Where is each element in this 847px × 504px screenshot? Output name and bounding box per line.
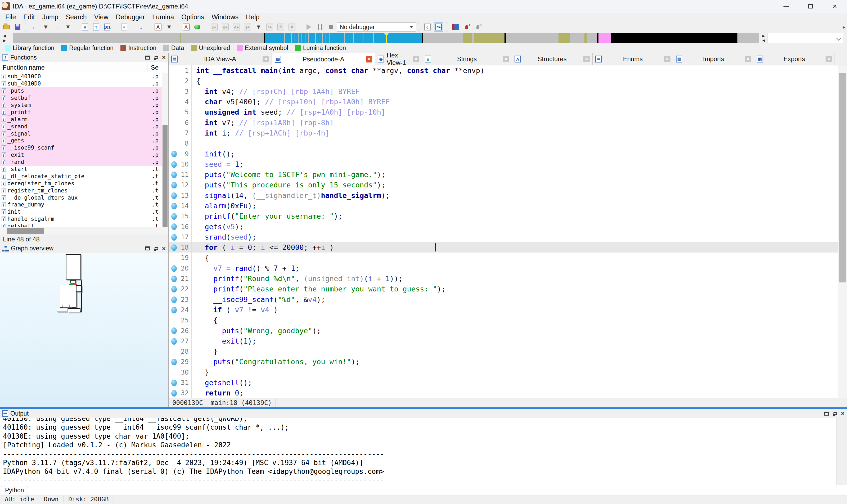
function-row[interactable]: f_srand.p bbox=[0, 123, 162, 130]
tab-close-icon[interactable]: ✕ bbox=[745, 56, 751, 62]
menu-file[interactable]: File bbox=[2, 13, 20, 21]
code-line-2[interactable]: 2{ bbox=[168, 76, 838, 86]
debugger-select[interactable]: No debugger bbox=[337, 22, 416, 32]
create-struct-button[interactable]: *+ bbox=[265, 22, 274, 32]
lumina-status-button[interactable] bbox=[193, 22, 202, 32]
code-line-27[interactable]: 27exit(1); bbox=[168, 336, 838, 346]
debug-pause-button[interactable] bbox=[315, 22, 325, 32]
breakpoint-dot-icon[interactable] bbox=[171, 244, 177, 251]
function-row[interactable]: f_printf.p bbox=[0, 109, 162, 116]
code-line-19[interactable]: 19{ bbox=[168, 253, 838, 263]
function-row[interactable]: finit.t bbox=[0, 208, 162, 215]
code-line-12[interactable]: 12puts("This procedure is only 15 second… bbox=[168, 180, 838, 190]
tab-close-icon[interactable]: ✕ bbox=[366, 56, 372, 62]
jump-by-name-button[interactable]: # bbox=[80, 22, 90, 32]
scrollbar-thumb[interactable] bbox=[163, 125, 167, 227]
cli-interpreter-button[interactable]: Python bbox=[1, 486, 28, 495]
text-view-button[interactable]: A bbox=[153, 22, 163, 32]
menu-windows[interactable]: Windows bbox=[208, 13, 242, 21]
functions-horizontal-scrollbar[interactable] bbox=[0, 227, 168, 235]
menu-debugger[interactable]: Debugger bbox=[112, 13, 149, 21]
function-row[interactable]: f_alarm.p bbox=[0, 116, 162, 123]
column-divider[interactable] bbox=[147, 63, 147, 72]
function-row[interactable]: fregister_tm_clones.t bbox=[0, 187, 162, 194]
breakpoint-dot-icon[interactable] bbox=[171, 193, 177, 199]
create-string-button[interactable]: s+ bbox=[243, 22, 252, 32]
breakpoint-dot-icon[interactable] bbox=[171, 203, 177, 210]
create-dropdown[interactable]: ▼ bbox=[254, 22, 263, 32]
function-row[interactable]: fgetshell.t bbox=[0, 222, 162, 227]
jump-address-button[interactable]: ↓ bbox=[136, 22, 146, 32]
scrollbar-thumb[interactable] bbox=[7, 228, 44, 234]
code-vertical-scrollbar[interactable] bbox=[838, 66, 847, 398]
code-line-24[interactable]: 24if ( v7 != v4 ) bbox=[168, 305, 838, 315]
menu-jump[interactable]: Jump bbox=[38, 13, 62, 21]
continue-process-button[interactable]: c▸ bbox=[434, 22, 443, 32]
panel-float-icon[interactable] bbox=[155, 56, 158, 59]
breakpoint-dot-icon[interactable] bbox=[171, 275, 177, 282]
tab-close-icon[interactable]: ✕ bbox=[263, 56, 269, 62]
function-row[interactable]: fframe_dummy.t bbox=[0, 201, 162, 208]
code-line-16[interactable]: 16gets(v5); bbox=[168, 221, 838, 232]
code-line-31[interactable]: 31getshell(); bbox=[168, 377, 838, 388]
text-view-dropdown[interactable]: ▼ bbox=[164, 22, 174, 32]
minimize-button[interactable] bbox=[774, 0, 798, 13]
code-line-30[interactable]: 30} bbox=[168, 367, 838, 377]
function-row[interactable]: fderegister_tm_clones.t bbox=[0, 180, 162, 187]
menu-options[interactable]: Options bbox=[178, 13, 208, 21]
toolbar-overflow-arrow[interactable]: ▸ bbox=[843, 24, 845, 30]
function-row[interactable]: f_start.t bbox=[0, 166, 162, 173]
code-line-8[interactable]: 8 bbox=[168, 138, 838, 148]
panel-close-icon[interactable]: × bbox=[841, 410, 845, 417]
code-line-21[interactable]: 21printf("Round %d\n", (unsigned int)(i … bbox=[168, 273, 838, 284]
navigate-back-button[interactable]: ← bbox=[30, 22, 39, 32]
code-line-29[interactable]: 29puts("Congratulations, you win!"); bbox=[168, 357, 838, 367]
tab-hex-view-1[interactable]: ◉Hex View-1✕ bbox=[375, 53, 422, 65]
menu-view[interactable]: View bbox=[91, 13, 112, 21]
function-row[interactable]: f__isoc99_scanf.p bbox=[0, 144, 162, 151]
tab-ida-view-a[interactable]: ▤IDA View-A✕ bbox=[168, 53, 272, 65]
tab-imports[interactable]: ▥Imports✕ bbox=[673, 53, 754, 65]
function-row[interactable]: f_rand.p bbox=[0, 159, 162, 166]
breakpoint-dot-icon[interactable] bbox=[171, 338, 177, 345]
function-row[interactable]: fsub_4010C0.p bbox=[0, 73, 162, 80]
graph-overview-canvas[interactable] bbox=[0, 253, 168, 408]
panel-float-icon[interactable] bbox=[155, 247, 158, 250]
function-row[interactable]: f_dl_relocate_static_pie.t bbox=[0, 173, 162, 180]
code-line-18[interactable]: 18for ( i = 0; i <= 20000; ++i ) bbox=[168, 242, 838, 253]
code-line-10[interactable]: 10seed = 1; bbox=[168, 159, 838, 169]
function-row[interactable]: fhandle_sigalrm.t bbox=[0, 215, 162, 222]
scrollbar-thumb[interactable] bbox=[839, 73, 846, 283]
tab-strings[interactable]: sStrings✕ bbox=[422, 53, 512, 65]
tab-close-icon[interactable]: ✕ bbox=[503, 56, 509, 62]
code-line-11[interactable]: 11puts("Welcome to ISCTF's pwn mini-game… bbox=[168, 169, 838, 180]
code-line-13[interactable]: 13signal(14, (__sighandler_t)handle_siga… bbox=[168, 190, 838, 201]
menu-edit[interactable]: Edit bbox=[20, 13, 38, 21]
code-line-28[interactable]: 28} bbox=[168, 346, 838, 357]
code-line-20[interactable]: 20v7 = rand() % 7 + 1; bbox=[168, 263, 838, 273]
code-line-17[interactable]: 17srand(seed); bbox=[168, 232, 838, 242]
output-panel-titlebar[interactable]: Output × bbox=[0, 409, 847, 418]
pseudocode-view[interactable]: 1int __fastcall main(int argc, const cha… bbox=[168, 66, 847, 398]
script-snippets-button[interactable] bbox=[451, 22, 460, 32]
breakpoint-dot-icon[interactable] bbox=[171, 380, 177, 386]
panel-maximize-icon[interactable] bbox=[145, 56, 150, 59]
panel-close-icon[interactable]: × bbox=[162, 54, 166, 60]
panel-float-icon[interactable] bbox=[833, 412, 837, 415]
column-function-name[interactable]: Function name bbox=[0, 64, 45, 71]
breakpoint-dot-icon[interactable] bbox=[171, 172, 177, 178]
add-breakpoint-button[interactable] bbox=[462, 22, 471, 32]
breakpoint-dot-icon[interactable] bbox=[171, 296, 177, 303]
tab-exports[interactable]: ▦Exports✕ bbox=[754, 53, 835, 65]
code-line-26[interactable]: 26puts("Wrong, goodbye"); bbox=[168, 325, 838, 336]
band-mini-arrows[interactable]: ▶◀ bbox=[762, 34, 765, 42]
code-line-5[interactable]: 5unsigned int seed; // [rsp+1A0h] [rbp-1… bbox=[168, 107, 838, 117]
tab-close-icon[interactable]: ✕ bbox=[664, 56, 670, 62]
create-function-button[interactable]: c+ bbox=[209, 22, 219, 32]
output-scrollbar[interactable] bbox=[836, 418, 847, 485]
code-line-3[interactable]: 3int v4; // [rsp+Ch] [rbp-1A4h] BYREF bbox=[168, 86, 838, 96]
function-row[interactable]: f_signal.p bbox=[0, 130, 162, 137]
functions-vertical-scrollbar[interactable] bbox=[162, 73, 168, 227]
graph-overview-titlebar[interactable]: Graph overview × bbox=[0, 244, 168, 253]
code-line-23[interactable]: 23__isoc99_scanf("%d", &v4); bbox=[168, 294, 838, 305]
